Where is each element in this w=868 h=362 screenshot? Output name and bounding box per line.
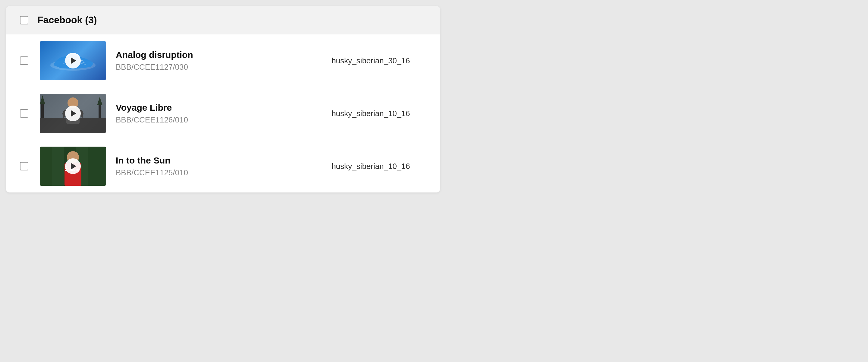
thumbnail-voyage[interactable]: [40, 94, 106, 133]
content-container: Facebook (3) Analog disruption BBB/CCEE1…: [6, 6, 440, 192]
item-file-analog: husky_siberian_30_16: [332, 56, 428, 65]
svg-rect-10: [40, 147, 52, 186]
item-title-voyage: Voyage Libre: [116, 103, 322, 113]
play-icon-analog: [71, 57, 76, 64]
table-row: Voyage Libre BBB/CCEE1126/010 husky_sibe…: [6, 87, 440, 140]
item-info-sun: In to the Sun BBB/CCEE1125/010: [116, 155, 322, 177]
item-checkbox-analog[interactable]: [20, 56, 28, 65]
svg-rect-5: [98, 104, 101, 118]
play-icon-sun: [71, 163, 76, 170]
item-title-analog: Analog disruption: [116, 50, 322, 60]
item-file-voyage: husky_siberian_10_16: [332, 109, 428, 118]
item-info-analog: Analog disruption BBB/CCEE1127/030: [116, 50, 322, 72]
group-checkbox-wrap[interactable]: [18, 16, 30, 24]
play-button-sun[interactable]: [65, 158, 81, 174]
item-checkbox-wrap[interactable]: [18, 109, 30, 118]
item-code-analog: BBB/CCEE1127/030: [116, 62, 322, 72]
play-button-analog[interactable]: [65, 53, 81, 68]
thumbnail-analog[interactable]: [40, 41, 106, 80]
item-code-sun: BBB/CCEE1125/010: [116, 168, 322, 177]
svg-rect-3: [41, 103, 44, 118]
item-checkbox-wrap[interactable]: [18, 56, 30, 65]
play-button-voyage[interactable]: [65, 106, 81, 121]
item-code-voyage: BBB/CCEE1126/010: [116, 115, 322, 124]
group-title: Facebook (3): [37, 15, 97, 26]
item-checkbox-wrap[interactable]: [18, 162, 30, 170]
group-header: Facebook (3): [6, 6, 440, 34]
table-row: adidas In to the Sun BBB/CCEE1125/010 hu…: [6, 140, 440, 192]
item-checkbox-voyage[interactable]: [20, 109, 28, 118]
svg-rect-14: [88, 147, 106, 186]
item-file-sun: husky_siberian_10_16: [332, 162, 428, 171]
item-info-voyage: Voyage Libre BBB/CCEE1126/010: [116, 103, 322, 124]
group-checkbox[interactable]: [20, 16, 28, 24]
svg-rect-11: [52, 147, 64, 186]
table-row: Analog disruption BBB/CCEE1127/030 husky…: [6, 34, 440, 87]
thumbnail-sun[interactable]: adidas: [40, 147, 106, 186]
play-icon-voyage: [71, 110, 76, 117]
item-checkbox-sun[interactable]: [20, 162, 28, 170]
item-title-sun: In to the Sun: [116, 155, 322, 166]
